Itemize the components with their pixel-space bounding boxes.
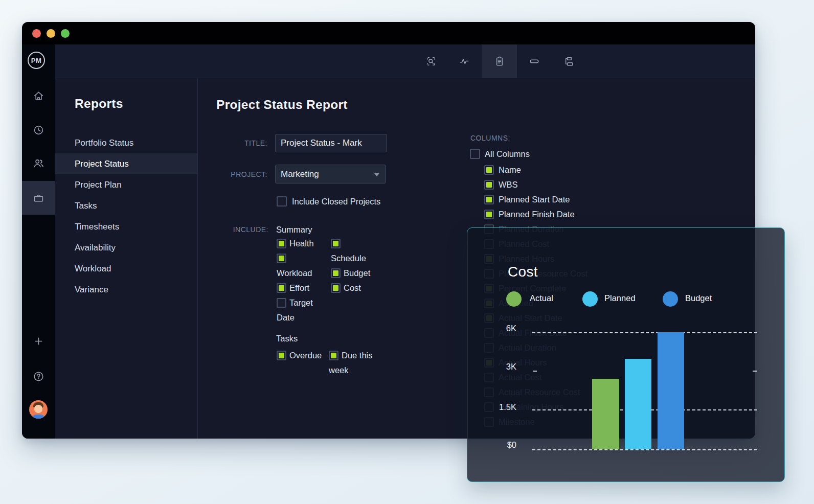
reports-item-portfolio-status[interactable]: Portfolio Status	[55, 132, 197, 153]
checkbox-cost[interactable]: Cost	[331, 281, 376, 295]
checkbox-box	[277, 351, 286, 360]
columns-item-label: Name	[499, 165, 521, 175]
checkbox-box	[277, 254, 286, 263]
summary-heading: Summary	[276, 225, 312, 235]
page-title: Project Status Report	[216, 98, 348, 112]
y-tick-0: $0	[481, 440, 516, 451]
reports-item-tasks[interactable]: Tasks	[55, 195, 197, 216]
checkbox-health[interactable]: Health	[277, 236, 321, 251]
reports-panel: Reports Portfolio StatusProject StatusPr…	[55, 78, 198, 439]
rail-item-team-icon[interactable]	[22, 151, 55, 175]
columns-section-label: COLUMNS:	[470, 134, 510, 142]
app-logo[interactable]: PM	[28, 52, 45, 69]
traffic-lights	[32, 29, 70, 38]
close-button[interactable]	[32, 29, 41, 38]
summary-column-1: HealthWorkloadEffortTarget Date	[277, 236, 321, 325]
top-toolbar	[55, 44, 755, 78]
gridline-3k-right-dash	[753, 371, 757, 372]
toolbar-button-timeline-bar-icon[interactable]	[516, 44, 552, 78]
checkbox-schedule[interactable]: Schedule	[331, 236, 376, 266]
columns-item-label: Planned Finish Date	[499, 210, 575, 219]
legend-dot-planned	[582, 291, 598, 307]
all-columns-label: All Columns	[485, 149, 530, 159]
tasks-heading: Tasks	[276, 334, 298, 343]
checkbox-box	[484, 195, 494, 204]
checkbox-box	[277, 239, 286, 248]
rail-item-clock-icon[interactable]	[22, 118, 55, 142]
tasks-checkbox-row: OverdueDue this week	[277, 348, 377, 378]
reports-item-variance[interactable]: Variance	[55, 279, 197, 300]
legend-dot-budget	[663, 291, 678, 307]
reports-item-project-status[interactable]: Project Status	[55, 153, 197, 174]
columns-item-name[interactable]: Name	[484, 163, 587, 177]
toolbar-button-workflow-icon[interactable]	[551, 44, 586, 78]
reports-item-project-plan[interactable]: Project Plan	[55, 174, 197, 195]
summary-column-2: ScheduleBudgetCost	[331, 236, 376, 295]
bar-budget	[658, 332, 684, 449]
legend-label-budget: Budget	[685, 293, 712, 303]
rail-item-help-icon[interactable]	[22, 364, 55, 388]
toolbar-button-activity-icon[interactable]	[446, 44, 482, 78]
cost-chart-card: Cost ActualPlannedBudget$01.5K3K6K	[467, 227, 785, 482]
checkbox-target-date[interactable]: Target Date	[277, 295, 321, 325]
bar-actual	[592, 379, 619, 449]
reports-item-timesheets[interactable]: Timesheets	[55, 216, 197, 237]
gridline-0	[532, 449, 757, 450]
checkbox-box	[329, 351, 338, 360]
legend-dot-actual	[506, 291, 522, 307]
checkbox-box	[484, 165, 494, 175]
legend-label-planned: Planned	[604, 293, 636, 303]
user-avatar[interactable]	[29, 400, 48, 419]
left-rail: PM	[22, 44, 55, 439]
y-tick-6k: 6K	[481, 324, 516, 335]
reports-panel-title: Reports	[75, 97, 123, 111]
columns-item-planned-start-date[interactable]: Planned Start Date	[484, 192, 587, 207]
columns-item-label: WBS	[499, 180, 518, 190]
reports-list: Portfolio StatusProject StatusProject Pl…	[55, 132, 197, 300]
chart-title: Cost	[508, 264, 538, 280]
checkbox-box	[277, 283, 286, 293]
all-columns-checkbox[interactable]: All Columns	[470, 149, 530, 159]
zoom-button[interactable]	[61, 29, 70, 38]
checkbox-box	[484, 210, 494, 219]
gridline-3k-left-dash	[533, 371, 537, 372]
project-dropdown-value: Marketing	[281, 169, 319, 179]
checkbox-overdue[interactable]: Overdue	[277, 348, 329, 363]
window-titlebar	[22, 22, 755, 44]
page: PM Reports Portfolio StatusProject Statu…	[0, 0, 814, 504]
avatar-face	[34, 405, 42, 413]
rail-item-plus-icon[interactable]	[22, 329, 55, 353]
reports-item-workload[interactable]: Workload	[55, 258, 197, 279]
checkbox-box	[277, 196, 287, 207]
columns-item-planned-finish-date[interactable]: Planned Finish Date	[484, 207, 587, 222]
minimize-button[interactable]	[47, 29, 55, 38]
legend-label-actual: Actual	[530, 293, 553, 303]
checkbox-box	[484, 180, 494, 190]
include-closed-label: Include Closed Projects	[292, 197, 380, 207]
rail-item-briefcase-icon[interactable]	[22, 186, 55, 210]
y-tick-3k: 3K	[481, 362, 516, 373]
include-section-label: INCLUDE:	[192, 225, 268, 234]
checkbox-due-this-week[interactable]: Due this week	[329, 348, 377, 378]
bar-planned	[625, 359, 651, 449]
checkbox-box	[470, 149, 480, 159]
reports-item-availability[interactable]: Availability	[55, 237, 197, 258]
columns-item-wbs[interactable]: WBS	[484, 177, 587, 192]
title-input[interactable]	[275, 134, 387, 152]
avatar-shirt	[32, 415, 44, 419]
columns-item-label: Planned Start Date	[499, 195, 570, 204]
gridline-6k	[532, 332, 757, 333]
include-closed-checkbox[interactable]: Include Closed Projects	[277, 196, 380, 207]
checkbox-effort[interactable]: Effort	[277, 281, 321, 295]
chevron-down-icon	[374, 173, 379, 176]
toolbar-button-scan-search-icon[interactable]	[413, 44, 448, 78]
project-dropdown[interactable]: Marketing	[275, 165, 386, 184]
toolbar-button-clipboard-icon[interactable]	[482, 44, 517, 78]
checkbox-box	[331, 283, 341, 293]
checkbox-workload[interactable]: Workload	[277, 251, 321, 281]
title-field-label: TITLE:	[191, 139, 267, 147]
checkbox-box	[277, 298, 286, 308]
checkbox-box	[331, 268, 341, 278]
rail-item-home-icon[interactable]	[22, 84, 55, 107]
checkbox-budget[interactable]: Budget	[331, 266, 376, 281]
